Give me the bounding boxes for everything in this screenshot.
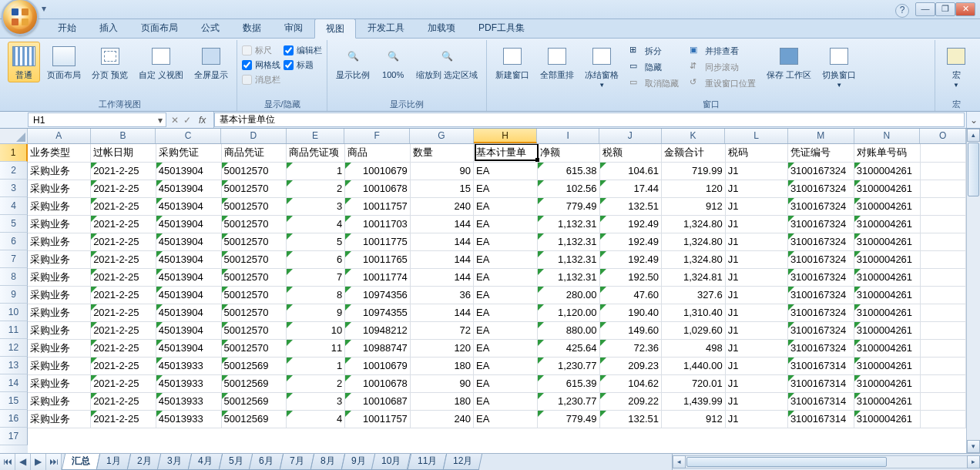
switch-window-button[interactable]: 切换窗口▼ [818, 42, 860, 92]
header-cell[interactable]: 商品凭证 [221, 144, 287, 162]
cell[interactable]: 50012570 [221, 162, 287, 180]
formula-bar-input[interactable]: 基本计量单位 [214, 112, 965, 127]
cell[interactable]: 10010679 [345, 357, 411, 374]
column-header[interactable]: B [91, 129, 156, 143]
headings-checkbox[interactable]: 标题 [284, 59, 322, 71]
row-header[interactable]: 13 [0, 357, 28, 374]
cell[interactable]: 50012570 [221, 215, 287, 233]
cell[interactable]: 采购业务 [28, 304, 91, 321]
cell[interactable]: 采购业务 [28, 339, 91, 357]
cell[interactable]: 180 [410, 392, 473, 410]
ribbon-tab-3[interactable]: 公式 [190, 18, 231, 38]
cell[interactable]: 3100167324 [787, 233, 854, 250]
scroll-up-icon[interactable]: ▴ [967, 129, 980, 142]
cell[interactable]: 1,230.77 [537, 392, 599, 410]
row-header[interactable]: 12 [0, 339, 28, 357]
zoom-selection-button[interactable]: 🔍缩放到 选定区域 [412, 42, 482, 82]
column-header[interactable]: J [599, 129, 662, 143]
cell[interactable]: 90 [410, 162, 473, 180]
cell[interactable]: 8 [287, 286, 345, 304]
cell[interactable]: 3100004261 [854, 180, 920, 197]
cell[interactable]: 45013904 [156, 321, 221, 339]
header-cell[interactable]: 净额 [537, 144, 599, 162]
cell[interactable]: 192.49 [599, 215, 661, 233]
prev-sheet-icon[interactable]: ◀ [15, 454, 31, 470]
cell[interactable]: J1 [725, 197, 787, 215]
cell[interactable]: 144 [410, 268, 473, 286]
cell[interactable]: 912 [662, 410, 726, 428]
cell[interactable]: 3100167324 [787, 339, 854, 357]
cell[interactable]: 3100004261 [854, 162, 920, 180]
cell[interactable]: 144 [410, 215, 473, 233]
next-sheet-icon[interactable]: ▶ [31, 454, 46, 470]
sheet-tab[interactable]: 3月 [157, 454, 192, 470]
freeze-panes-button[interactable]: 冻结窗格▼ [581, 42, 623, 92]
header-cell[interactable]: 凭证编号 [787, 144, 854, 162]
cell[interactable]: 3100004261 [854, 268, 920, 286]
column-header[interactable]: M [788, 129, 854, 143]
cell[interactable]: 1,120.00 [537, 304, 599, 321]
sheet-tab[interactable]: 汇总 [62, 454, 100, 470]
cell[interactable]: 779.49 [537, 410, 599, 428]
cell[interactable]: 2021-2-25 [91, 233, 156, 250]
cell[interactable]: 10011765 [345, 250, 411, 268]
sheet-tab[interactable]: 2月 [126, 454, 161, 470]
row-header[interactable]: 15 [0, 392, 28, 410]
cell[interactable]: 3100004261 [854, 374, 920, 392]
column-header[interactable]: H [474, 129, 538, 143]
cell[interactable]: 3100004261 [854, 357, 920, 374]
cell[interactable]: J1 [725, 357, 787, 374]
cell[interactable]: 10011775 [345, 233, 411, 250]
row-header[interactable]: 14 [0, 374, 28, 392]
cell[interactable]: 3100004261 [854, 304, 920, 321]
cell[interactable]: 327.6 [662, 286, 726, 304]
cell[interactable]: 3100167314 [787, 392, 854, 410]
cell[interactable]: 2021-2-25 [91, 339, 156, 357]
cell[interactable]: 1,440.00 [662, 357, 726, 374]
cell[interactable]: 9 [287, 304, 345, 321]
cell[interactable]: 50012569 [221, 374, 287, 392]
cell[interactable]: 50012570 [221, 304, 287, 321]
cell[interactable]: 45013933 [156, 410, 221, 428]
sheet-tab[interactable]: 4月 [188, 454, 223, 470]
sheet-tab[interactable]: 1月 [96, 454, 131, 470]
sheet-nav[interactable]: ⏮ ◀ ▶ ⏭ [0, 454, 62, 470]
cell[interactable]: J1 [725, 215, 787, 233]
cell[interactable]: 1,029.60 [662, 321, 726, 339]
header-cell[interactable]: 过帐日期 [91, 144, 156, 162]
cell[interactable]: 3100004261 [854, 286, 920, 304]
cell[interactable]: 10010679 [345, 162, 411, 180]
cell[interactable]: 10 [287, 321, 345, 339]
cell[interactable]: 50012570 [221, 197, 287, 215]
formulabar-checkbox[interactable]: 编辑栏 [284, 45, 322, 56]
row-header[interactable]: 9 [0, 286, 28, 304]
cell[interactable]: 1,132.31 [537, 250, 599, 268]
cell[interactable]: EA [474, 250, 538, 268]
sheet-tab[interactable]: 12月 [443, 454, 483, 470]
cell[interactable]: 615.38 [537, 162, 599, 180]
cell[interactable]: EA [474, 268, 538, 286]
cell[interactable]: 3100167324 [787, 268, 854, 286]
scroll-thumb[interactable] [686, 457, 887, 467]
cell[interactable]: 2021-2-25 [91, 197, 156, 215]
cell[interactable]: 50012570 [221, 339, 287, 357]
cell[interactable]: 102.56 [537, 180, 599, 197]
cell[interactable]: 72.36 [599, 339, 661, 357]
header-cell[interactable]: 数量 [410, 144, 473, 162]
cell[interactable]: 240 [410, 197, 473, 215]
cell[interactable]: 3100167324 [787, 304, 854, 321]
cell[interactable]: 36 [410, 286, 473, 304]
cell[interactable]: 45013933 [156, 357, 221, 374]
cell[interactable]: 10010687 [345, 392, 411, 410]
cell[interactable]: 1,310.40 [662, 304, 726, 321]
cell[interactable]: 3100167314 [787, 374, 854, 392]
ribbon-tab-7[interactable]: 开发工具 [356, 18, 416, 38]
cell[interactable]: 3100004261 [854, 410, 920, 428]
cell[interactable]: 10974356 [345, 286, 411, 304]
cell[interactable]: J1 [725, 392, 787, 410]
cell[interactable]: 3100167324 [787, 180, 854, 197]
cell[interactable]: 1,439.99 [662, 392, 726, 410]
vertical-scrollbar[interactable]: ▴ ▾ [966, 129, 980, 453]
ribbon-tab-1[interactable]: 插入 [88, 18, 129, 38]
restore-button[interactable]: ❐ [935, 2, 955, 16]
